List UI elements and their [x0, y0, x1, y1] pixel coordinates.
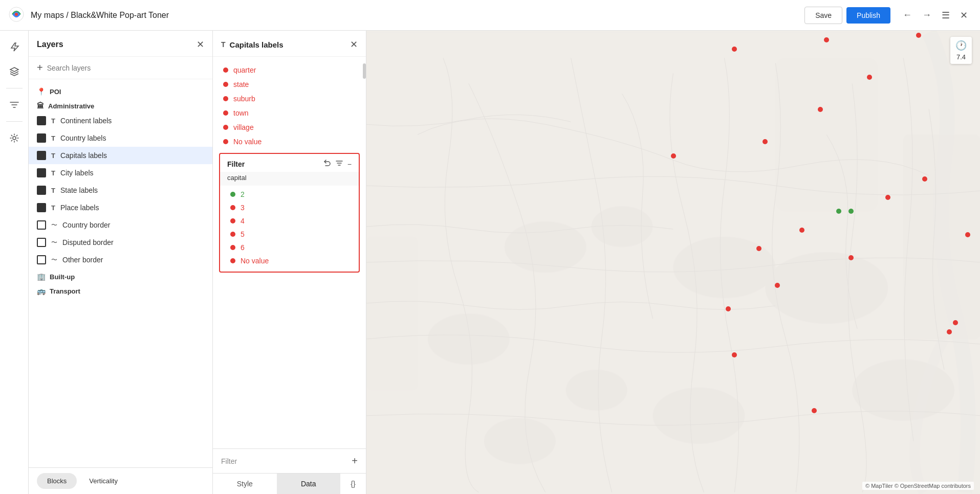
- country-border-label: Country border: [62, 221, 204, 229]
- my-maps-link[interactable]: My maps: [31, 11, 64, 19]
- layers-list: 📍 POI 🏛 Administrative T Continent label…: [29, 79, 212, 467]
- layers-search-input[interactable]: [47, 64, 204, 72]
- value-item-town[interactable]: town: [213, 106, 366, 120]
- value-item-quarter[interactable]: quarter: [213, 63, 366, 77]
- filter-value-3[interactable]: 3: [220, 201, 359, 214]
- filter-value-4[interactable]: 4: [220, 214, 359, 228]
- menu-button[interactable]: ☰: [938, 7, 954, 24]
- save-button[interactable]: Save: [804, 7, 842, 24]
- filter-dot-5: [230, 232, 235, 237]
- filter-undo-button[interactable]: [323, 159, 331, 169]
- filter-box: Filter −: [219, 153, 360, 273]
- map-background: [366, 31, 980, 494]
- other-border-line-icon: 〜: [51, 256, 57, 264]
- filter-value-6[interactable]: 6: [220, 241, 359, 254]
- map-dot-9: [799, 228, 804, 233]
- filter-icon-btn[interactable]: [4, 95, 25, 115]
- value-item-state[interactable]: state: [213, 77, 366, 92]
- village-dot: [223, 125, 228, 130]
- icon-bar-divider-2: [6, 121, 23, 122]
- tab-style[interactable]: Style: [213, 474, 277, 494]
- country-border-checkbox: [37, 220, 46, 230]
- flash-icon-btn[interactable]: [4, 37, 25, 57]
- filter-remove-button[interactable]: −: [347, 159, 352, 169]
- capitals-type-icon: T: [221, 40, 226, 49]
- place-labels-checkbox: [37, 203, 46, 212]
- tab-data[interactable]: Data: [277, 474, 341, 494]
- layers-icon-btn[interactable]: [4, 61, 25, 82]
- village-label: village: [233, 123, 254, 131]
- icon-bar-divider-1: [6, 88, 23, 88]
- blocks-button[interactable]: Blocks: [37, 473, 77, 489]
- layers-close-button[interactable]: ✕: [197, 39, 204, 50]
- layer-item-country-border[interactable]: 〜 Country border: [29, 216, 212, 234]
- map-zoom: 🕐 7.4: [950, 37, 972, 64]
- map-dot-14: [953, 320, 958, 325]
- filter-dot-3: [230, 205, 235, 210]
- layer-item-city-labels[interactable]: T City labels: [29, 164, 212, 182]
- svg-point-2: [13, 137, 16, 140]
- layer-group-builtup: 🏢 Built-up: [29, 268, 212, 283]
- layer-group-transport: 🚌 Transport: [29, 283, 212, 297]
- filter-dot-no-value: [230, 258, 235, 263]
- city-labels-type-icon: T: [51, 169, 55, 177]
- state-labels-type-icon: T: [51, 187, 55, 194]
- country-labels-label: Country labels: [60, 134, 204, 142]
- zoom-value: 7.4: [956, 53, 966, 61]
- layer-item-country-labels[interactable]: T Country labels: [29, 129, 212, 147]
- layer-item-state-labels[interactable]: T State labels: [29, 182, 212, 199]
- map-area[interactable]: 🕐 7.4 © MapTiler © OpenStreetMap contrib…: [366, 31, 980, 494]
- layer-item-capitals-labels[interactable]: T Capitals labels: [29, 147, 212, 164]
- map-dot-4: [867, 75, 872, 80]
- filter-value-5[interactable]: 5: [220, 228, 359, 241]
- value-item-suburb[interactable]: suburb: [213, 92, 366, 106]
- breadcrumb: My maps / Black&White Pop-art Toner: [31, 11, 804, 20]
- close-button[interactable]: ✕: [956, 7, 972, 24]
- city-labels-label: City labels: [60, 169, 204, 177]
- filter-label-6: 6: [241, 243, 245, 252]
- layer-item-place-labels[interactable]: T Place labels: [29, 199, 212, 216]
- capitals-labels-checkbox: [37, 151, 46, 160]
- capitals-title-row: T Capitals labels: [221, 40, 284, 49]
- disputed-border-line-icon: 〜: [51, 238, 57, 247]
- state-labels-label: State labels: [60, 186, 204, 194]
- svg-point-1: [15, 13, 18, 16]
- tab-code[interactable]: {}: [340, 474, 366, 494]
- continent-labels-type-icon: T: [51, 117, 55, 125]
- map-dot-7: [885, 195, 890, 200]
- layer-group-poi: 📍 POI: [29, 83, 212, 98]
- filter-value-2[interactable]: 2: [220, 188, 359, 201]
- filter-value-no-value[interactable]: No value: [220, 254, 359, 267]
- country-labels-checkbox: [37, 133, 46, 143]
- value-item-village[interactable]: village: [213, 120, 366, 134]
- capitals-close-button[interactable]: ✕: [350, 39, 358, 50]
- map-dot-15: [671, 153, 676, 159]
- topbar: My maps / Black&White Pop-art Toner Save…: [0, 0, 980, 31]
- filter-add-button[interactable]: +: [352, 455, 358, 467]
- value-item-no-value[interactable]: No value: [213, 134, 366, 149]
- builtup-label: Built-up: [50, 273, 75, 281]
- map-dot-16: [965, 232, 970, 237]
- map-dot-green-2: [848, 209, 854, 214]
- transport-label: Transport: [50, 287, 80, 295]
- layer-item-other-border[interactable]: 〜 Other border: [29, 251, 212, 268]
- settings-icon-btn[interactable]: [4, 128, 25, 148]
- svg-rect-8: [775, 58, 878, 211]
- icon-bar: [0, 31, 29, 494]
- verticality-button[interactable]: Verticality: [81, 473, 126, 489]
- layers-header: Layers ✕: [29, 31, 212, 57]
- layer-item-disputed-border[interactable]: 〜 Disputed border: [29, 234, 212, 251]
- map-dot-8: [922, 176, 927, 182]
- layer-item-continent-labels[interactable]: T Continent labels: [29, 112, 212, 129]
- administrative-label: Administrative: [48, 102, 94, 110]
- capitals-values-list: quarter state suburb town village No val…: [213, 57, 366, 448]
- publish-button[interactable]: Publish: [846, 7, 890, 24]
- filter-values: 2 3 4 5 6: [220, 186, 359, 272]
- filter-dot-4: [230, 218, 235, 223]
- topbar-nav: ← → ☰ ✕: [899, 7, 972, 24]
- forward-button[interactable]: →: [918, 7, 935, 24]
- svg-point-7: [765, 252, 888, 324]
- back-button[interactable]: ←: [899, 7, 916, 24]
- layers-add-button[interactable]: +: [37, 62, 43, 74]
- filter-settings-button[interactable]: [335, 159, 343, 169]
